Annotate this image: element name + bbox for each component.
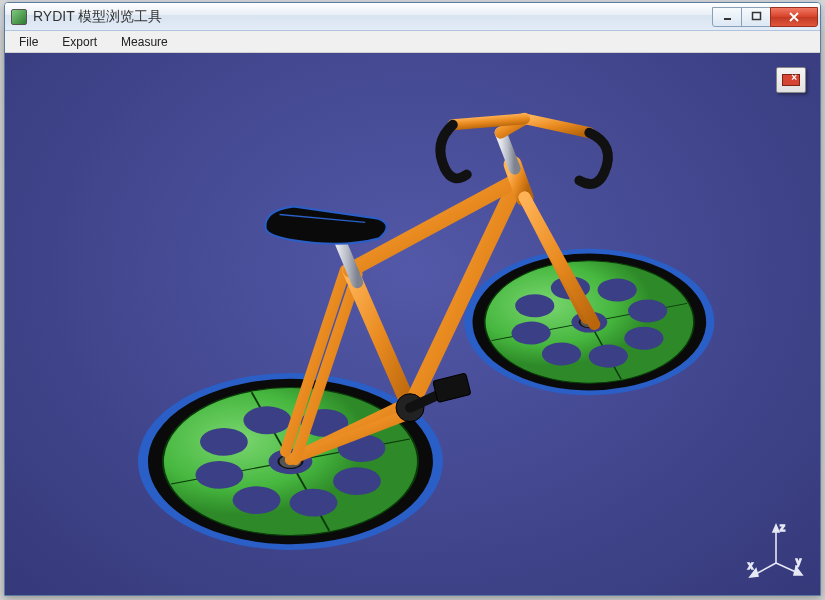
panel-close-icon[interactable] — [776, 67, 806, 93]
menubar: File Export Measure — [5, 31, 820, 53]
window-controls — [713, 7, 818, 27]
bicycle-model — [5, 53, 820, 595]
seat — [265, 206, 386, 243]
axis-y-label: y — [796, 556, 801, 567]
axis-z-label: z — [780, 522, 785, 533]
3d-viewport[interactable]: z x y — [5, 53, 820, 595]
axis-gizmo[interactable]: z x y — [746, 521, 806, 581]
svg-rect-47 — [433, 373, 471, 402]
app-window: RYDIT 模型浏览工具 File Export Measure — [4, 2, 821, 596]
titlebar[interactable]: RYDIT 模型浏览工具 — [5, 3, 820, 31]
svg-line-44 — [453, 119, 525, 125]
svg-marker-49 — [773, 525, 779, 532]
svg-rect-1 — [752, 13, 760, 20]
svg-line-43 — [525, 119, 590, 133]
menu-file[interactable]: File — [7, 32, 50, 52]
axis-x-label: x — [748, 560, 753, 571]
window-title: RYDIT 模型浏览工具 — [33, 8, 713, 26]
minimize-button[interactable] — [712, 7, 742, 27]
app-icon — [11, 9, 27, 25]
crank-pedal — [396, 373, 471, 422]
maximize-button[interactable] — [741, 7, 771, 27]
menu-export[interactable]: Export — [50, 32, 109, 52]
close-button[interactable] — [770, 7, 818, 27]
menu-measure[interactable]: Measure — [109, 32, 180, 52]
svg-marker-53 — [794, 567, 802, 575]
